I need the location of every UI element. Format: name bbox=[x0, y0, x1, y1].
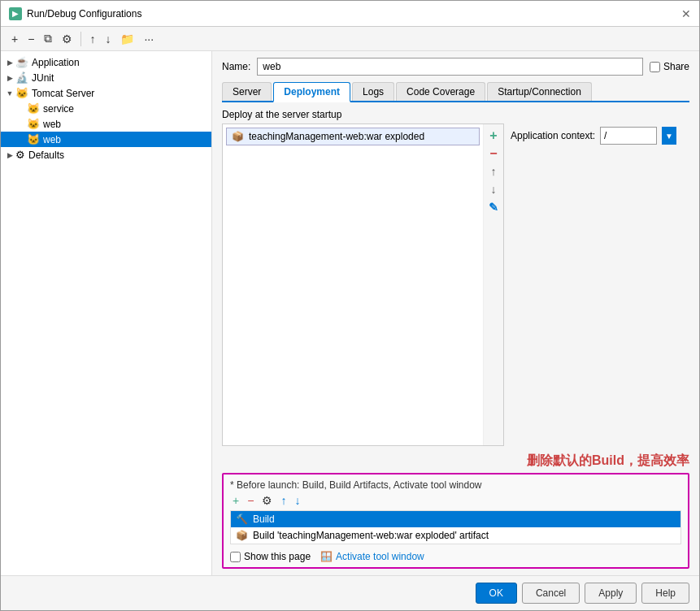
config-tree: ▶ ☕ Application ▶ 🔬 JUnit ▼ 🐱 Tomcat Ser… bbox=[1, 51, 212, 575]
annotation: 删除默认的Build，提高效率 bbox=[222, 449, 689, 473]
bl-add-button[interactable]: + bbox=[230, 494, 241, 507]
main-content: ▶ ☕ Application ▶ 🔬 JUnit ▼ 🐱 Tomcat Ser… bbox=[1, 51, 699, 575]
name-input[interactable] bbox=[257, 58, 643, 76]
close-button[interactable]: ✕ bbox=[681, 8, 691, 20]
defaults-icon: ⚙ bbox=[15, 149, 25, 161]
move-up-button[interactable]: ↑ bbox=[85, 30, 99, 48]
bl-remove-button[interactable]: − bbox=[245, 494, 256, 507]
app-context-dropdown[interactable]: ▼ bbox=[662, 127, 676, 145]
tree-item-application[interactable]: ▶ ☕ Application bbox=[1, 54, 211, 70]
tab-deployment[interactable]: Deployment bbox=[273, 82, 350, 102]
deploy-remove-button[interactable]: − bbox=[485, 145, 502, 162]
artifact-icon: 📦 bbox=[232, 131, 244, 142]
share-checkbox[interactable] bbox=[650, 62, 660, 72]
toolbar: + − ⧉ ⚙ ↑ ↓ 📁 ··· bbox=[1, 27, 699, 51]
tab-server[interactable]: Server bbox=[222, 82, 272, 101]
title-bar: ▶ Run/Debug Configurations ✕ bbox=[1, 1, 699, 27]
web2-icon: 🐱 bbox=[27, 133, 40, 145]
service-icon: 🐱 bbox=[27, 102, 40, 115]
deploy-header: Deploy at the server startup bbox=[222, 109, 689, 120]
defaults-label: Defaults bbox=[28, 150, 64, 161]
apply-button[interactable]: Apply bbox=[585, 583, 637, 604]
run-debug-dialog: ▶ Run/Debug Configurations ✕ + − ⧉ ⚙ ↑ ↓… bbox=[0, 0, 700, 611]
tomcat-icon: 🐱 bbox=[15, 87, 28, 99]
tree-item-web1[interactable]: 🐱 web bbox=[1, 116, 211, 132]
before-launch-section: * Before launch: Build, Build Artifacts,… bbox=[222, 473, 689, 569]
more-button[interactable]: ··· bbox=[140, 30, 158, 48]
web1-icon: 🐱 bbox=[27, 118, 40, 130]
deploy-left: 📦 teachingManagement-web:war exploded + … bbox=[222, 124, 504, 446]
tree-item-defaults[interactable]: ▶ ⚙ Defaults bbox=[1, 147, 211, 162]
bl-down-button[interactable]: ↓ bbox=[292, 494, 302, 507]
move-down-button[interactable]: ↓ bbox=[101, 30, 115, 48]
name-label: Name: bbox=[222, 61, 250, 72]
ok-button[interactable]: OK bbox=[476, 583, 517, 604]
bl-up-button[interactable]: ↑ bbox=[278, 494, 289, 507]
activate-tool-window-link[interactable]: 🪟 Activate tool window bbox=[320, 551, 424, 562]
deploy-main-area: 📦 teachingManagement-web:war exploded + … bbox=[222, 124, 689, 446]
app-context-input[interactable] bbox=[600, 127, 657, 145]
before-launch-bottom: Show this page 🪟 Activate tool window bbox=[230, 548, 681, 562]
name-row: Name: Share bbox=[222, 58, 689, 76]
deploy-up-button[interactable]: ↑ bbox=[485, 163, 502, 180]
deploy-side-buttons: + − ↑ ↓ ✎ bbox=[483, 124, 503, 445]
artifact-label: teachingManagement-web:war exploded bbox=[249, 131, 424, 142]
remove-config-button[interactable]: − bbox=[24, 30, 38, 48]
tomcat-label: Tomcat Server bbox=[32, 88, 94, 99]
bl-settings-button[interactable]: ⚙ bbox=[259, 494, 275, 507]
service-label: service bbox=[43, 103, 74, 115]
junit-label: JUnit bbox=[32, 72, 54, 84]
share-checkbox-row: Share bbox=[650, 61, 689, 72]
dialog-footer: OK Cancel Apply Help bbox=[1, 575, 699, 610]
add-config-button[interactable]: + bbox=[7, 30, 22, 48]
deploy-items-area: 📦 teachingManagement-web:war exploded bbox=[223, 124, 483, 445]
build-label: Build bbox=[253, 514, 275, 525]
web2-label: web bbox=[43, 134, 61, 145]
deploy-list-container: 📦 teachingManagement-web:war exploded + … bbox=[222, 124, 504, 446]
deploy-add-button[interactable]: + bbox=[485, 128, 502, 144]
build-icon: 🔨 bbox=[236, 514, 248, 525]
copy-config-button[interactable]: ⧉ bbox=[40, 29, 56, 48]
activate-icon: 🪟 bbox=[320, 551, 333, 562]
config-tabs: Server Deployment Logs Code Coverage Sta… bbox=[222, 82, 689, 102]
activate-label: Activate tool window bbox=[336, 551, 424, 562]
tab-content: Deploy at the server startup 📦 teachingM… bbox=[222, 109, 689, 575]
show-page-label: Show this page bbox=[244, 551, 311, 562]
expand-arrow-application: ▶ bbox=[4, 58, 15, 67]
show-page-checkbox[interactable] bbox=[230, 552, 241, 562]
cancel-button[interactable]: Cancel bbox=[522, 583, 580, 604]
tree-item-tomcat[interactable]: ▼ 🐱 Tomcat Server bbox=[1, 85, 211, 101]
before-launch-header: * Before launch: Build, Build Artifacts,… bbox=[230, 479, 681, 491]
web1-label: web bbox=[43, 119, 61, 130]
app-context-area: Application context: ▼ bbox=[511, 124, 689, 446]
tab-code-coverage[interactable]: Code Coverage bbox=[396, 82, 485, 101]
tree-item-junit[interactable]: ▶ 🔬 JUnit bbox=[1, 70, 211, 85]
deploy-down-button[interactable]: ↓ bbox=[485, 181, 502, 197]
expand-arrow-tomcat: ▼ bbox=[4, 89, 15, 98]
expand-arrow-defaults: ▶ bbox=[4, 151, 15, 159]
bl-item-artifact[interactable]: 📦 Build 'teachingManagement-web:war expl… bbox=[231, 527, 680, 544]
settings-config-button[interactable]: ⚙ bbox=[58, 30, 76, 48]
folder-button[interactable]: 📁 bbox=[116, 30, 138, 48]
tab-startup-connection[interactable]: Startup/Connection bbox=[487, 82, 592, 101]
before-launch-toolbar: + − ⚙ ↑ ↓ bbox=[230, 494, 681, 507]
dialog-title: Run/Debug Configurations bbox=[27, 8, 141, 20]
app-context-row: Application context: ▼ bbox=[511, 124, 689, 148]
before-launch-list: 🔨 Build 📦 Build 'teachingManagement-web:… bbox=[230, 510, 681, 544]
artifact-build-label: Build 'teachingManagement-web:war explod… bbox=[253, 530, 489, 541]
toolbar-separator bbox=[80, 32, 81, 46]
deploy-artifact-item[interactable]: 📦 teachingManagement-web:war exploded bbox=[226, 128, 480, 145]
tree-item-service[interactable]: 🐱 service bbox=[1, 101, 211, 116]
bl-item-build[interactable]: 🔨 Build bbox=[231, 511, 680, 527]
dialog-icon: ▶ bbox=[9, 7, 22, 20]
show-page-row: Show this page bbox=[230, 551, 311, 562]
junit-icon: 🔬 bbox=[15, 72, 28, 84]
app-context-label: Application context: bbox=[511, 130, 595, 141]
tree-item-web2[interactable]: 🐱 web bbox=[1, 132, 211, 147]
application-label: Application bbox=[32, 57, 80, 68]
help-button[interactable]: Help bbox=[641, 583, 689, 604]
artifact-build-icon: 📦 bbox=[236, 530, 248, 541]
deploy-edit-button[interactable]: ✎ bbox=[485, 199, 502, 215]
share-label: Share bbox=[663, 61, 689, 72]
tab-logs[interactable]: Logs bbox=[352, 82, 394, 101]
